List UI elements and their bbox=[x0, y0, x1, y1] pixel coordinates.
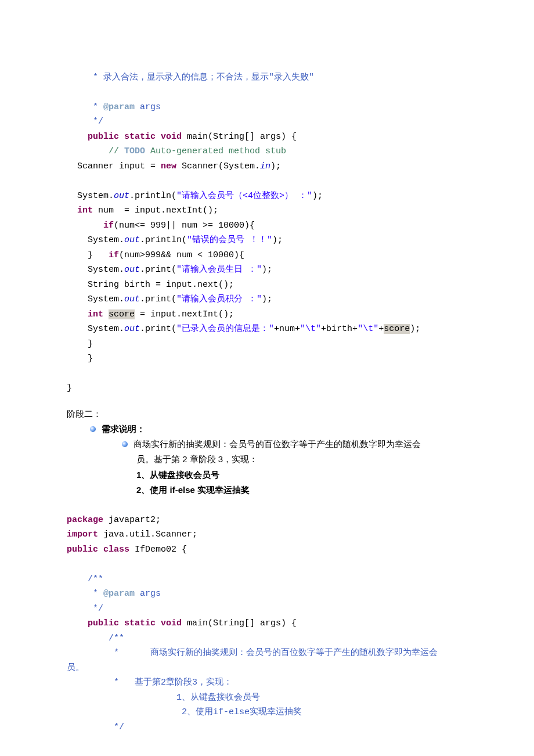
javadoc-line: 员。 bbox=[67, 663, 84, 673]
string-literal: "请输入会员号（<4位整数>） ：" bbox=[176, 191, 312, 201]
stage-title: 阶段二： bbox=[67, 406, 467, 422]
javadoc-close: */ bbox=[67, 722, 124, 732]
bullet-description: 商场实行新的抽奖规则：会员号的百位数字等于产生的随机数字即为幸运会 bbox=[122, 437, 467, 452]
keyword-static: static bbox=[124, 618, 156, 628]
doc-section: 阶段二： 需求说明： 商场实行新的抽奖规则：会员号的百位数字等于产生的随机数字即… bbox=[67, 406, 467, 498]
code-line: } bbox=[67, 250, 109, 260]
bullet-icon bbox=[122, 441, 128, 447]
keyword-if: if bbox=[109, 250, 119, 260]
code-line: String birth = input.next(); bbox=[67, 280, 234, 290]
string-literal: "\t" bbox=[358, 324, 378, 334]
string-literal: "请输入会员生日 ：" bbox=[176, 265, 262, 275]
param-tag: @param bbox=[103, 102, 135, 112]
javadoc-line: * @param args bbox=[67, 589, 161, 599]
javadoc-line: * 商场实行新的抽奖规则：会员号的百位数字等于产生的随机数字即为幸运会 bbox=[67, 648, 438, 658]
javadoc-line: * @param args bbox=[67, 102, 161, 112]
keyword-int: int bbox=[88, 309, 103, 319]
javadoc-line: 1、从键盘接收会员号 bbox=[67, 693, 260, 703]
keyword-import: import bbox=[67, 530, 98, 539]
code-block-1: * 录入合法，显示录入的信息；不合法，显示"录入失败" * @param arg… bbox=[67, 55, 467, 396]
string-literal: "请输入会员积分 ：" bbox=[176, 294, 262, 304]
page: * 录入合法，显示录入的信息；不合法，显示"录入失败" * @param arg… bbox=[0, 0, 534, 756]
keyword-new: new bbox=[161, 161, 176, 171]
string-literal: "错误的会员号 ！！" bbox=[187, 235, 272, 245]
requirement-label: 需求说明： bbox=[102, 422, 145, 437]
javadoc-line: * 录入合法，显示录入的信息；不合法，显示"录入失败" bbox=[67, 73, 314, 82]
highlighted-var: score bbox=[109, 309, 135, 319]
keyword-class: class bbox=[103, 545, 129, 555]
bullet-requirement: 需求说明： bbox=[90, 422, 467, 437]
code-line: javapart2; bbox=[103, 515, 161, 525]
string-literal: "\t" bbox=[300, 324, 321, 334]
field-out: out bbox=[124, 324, 140, 334]
javadoc-open: /** bbox=[67, 574, 103, 584]
field-out: out bbox=[124, 294, 140, 304]
keyword-public: public bbox=[88, 618, 119, 628]
keyword-package: package bbox=[67, 515, 103, 525]
highlighted-var: score bbox=[384, 324, 410, 334]
numbered-item-2: 2、使用 if-else 实现幸运抽奖 bbox=[136, 483, 467, 498]
code-closing: } } } bbox=[67, 339, 93, 394]
bullet-icon bbox=[90, 426, 96, 432]
todo-tag: TODO bbox=[124, 146, 145, 156]
code-line: System. bbox=[67, 324, 124, 334]
field-in: in bbox=[260, 161, 270, 171]
method-sig: main(String[] args) { bbox=[182, 618, 297, 628]
code-line: System. bbox=[67, 235, 124, 245]
comment: // TODO Auto-generated method stub bbox=[109, 146, 286, 156]
code-line: System. bbox=[67, 265, 124, 275]
keyword-public: public bbox=[88, 132, 119, 142]
numbered-item-1: 1、从键盘接收会员号 bbox=[136, 467, 467, 483]
description-text: 商场实行新的抽奖规则：会员号的百位数字等于产生的随机数字即为幸运会 bbox=[134, 437, 421, 452]
code-line: Scanner input = bbox=[67, 161, 161, 171]
code-line: num = input.nextInt(); bbox=[93, 206, 218, 215]
keyword-void: void bbox=[161, 618, 182, 628]
code-line: (num<= 999|| num >= 10000){ bbox=[114, 221, 255, 231]
code-line: System. bbox=[67, 191, 114, 201]
description-cont: 员。基于第 2 章阶段 3，实现： bbox=[136, 452, 467, 467]
field-out: out bbox=[124, 235, 140, 245]
keyword-int: int bbox=[77, 206, 93, 215]
keyword-if: if bbox=[103, 221, 114, 231]
keyword-public: public bbox=[67, 545, 98, 555]
keyword-void: void bbox=[161, 132, 182, 142]
keyword-static: static bbox=[124, 132, 156, 142]
method-sig: main(String[] args) { bbox=[182, 132, 297, 142]
string-literal: "已录入会员的信息是：" bbox=[176, 324, 274, 334]
class-decl: IfDemo02 { bbox=[129, 545, 187, 555]
code-block-2: package javapart2; import java.util.Scan… bbox=[67, 498, 467, 735]
javadoc-line: 2、使用if-else实现幸运抽奖 bbox=[67, 707, 302, 717]
javadoc-line: * 基于第2章阶段3，实现： bbox=[67, 678, 232, 687]
javadoc-close: */ bbox=[67, 117, 103, 127]
javadoc-open: /** bbox=[67, 633, 124, 643]
code-line: System. bbox=[67, 294, 124, 304]
code-line: java.util.Scanner; bbox=[98, 530, 197, 539]
javadoc-close: */ bbox=[67, 604, 103, 614]
code-line: (num>999&& num < 10000){ bbox=[119, 250, 244, 260]
param-tag: @param bbox=[103, 589, 135, 599]
field-out: out bbox=[124, 265, 140, 275]
field-out: out bbox=[114, 191, 129, 201]
code-line: = input.nextInt(); bbox=[135, 309, 234, 319]
